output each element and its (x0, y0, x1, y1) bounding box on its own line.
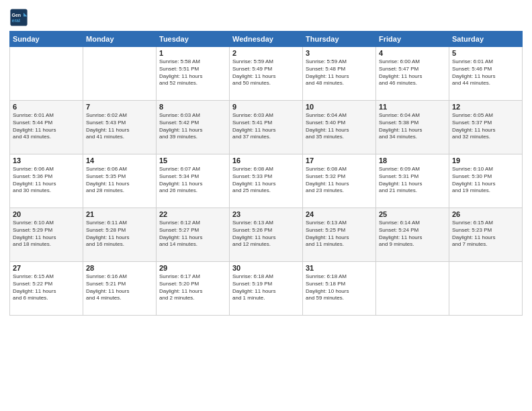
calendar-cell: 15Sunrise: 6:07 AM Sunset: 5:34 PM Dayli… (157, 154, 230, 208)
weekday-header-sunday: Sunday (10, 32, 83, 47)
calendar-cell: 31Sunrise: 6:18 AM Sunset: 5:18 PM Dayli… (303, 262, 376, 316)
day-info: Sunrise: 6:10 AM Sunset: 5:30 PM Dayligh… (452, 166, 519, 195)
svg-text:eral: eral (12, 18, 21, 23)
day-info: Sunrise: 6:02 AM Sunset: 5:43 PM Dayligh… (86, 112, 153, 141)
day-number: 25 (379, 210, 446, 218)
calendar-cell: 21Sunrise: 6:11 AM Sunset: 5:28 PM Dayli… (83, 208, 157, 262)
day-info: Sunrise: 6:06 AM Sunset: 5:36 PM Dayligh… (13, 166, 80, 195)
calendar-cell: 23Sunrise: 6:13 AM Sunset: 5:26 PM Dayli… (230, 208, 303, 262)
day-number: 19 (452, 156, 519, 165)
calendar-cell (10, 47, 83, 101)
day-number: 2 (232, 49, 300, 57)
day-number: 9 (232, 103, 300, 111)
calendar-cell: 7Sunrise: 6:02 AM Sunset: 5:43 PM Daylig… (83, 101, 157, 154)
calendar-cell: 1Sunrise: 5:58 AM Sunset: 5:51 PM Daylig… (157, 47, 230, 101)
day-number: 20 (13, 210, 80, 218)
day-info: Sunrise: 6:03 AM Sunset: 5:42 PM Dayligh… (159, 112, 226, 141)
calendar-week-3: 13Sunrise: 6:06 AM Sunset: 5:36 PM Dayli… (10, 154, 523, 208)
day-info: Sunrise: 6:03 AM Sunset: 5:41 PM Dayligh… (232, 112, 300, 141)
day-number: 27 (13, 264, 80, 272)
day-info: Sunrise: 6:08 AM Sunset: 5:33 PM Dayligh… (232, 166, 300, 195)
day-info: Sunrise: 6:00 AM Sunset: 5:47 PM Dayligh… (379, 58, 446, 87)
day-number: 3 (306, 49, 373, 57)
day-number: 11 (379, 103, 446, 111)
day-number: 7 (86, 103, 153, 111)
calendar-cell: 17Sunrise: 6:08 AM Sunset: 5:32 PM Dayli… (303, 154, 376, 208)
svg-rect-0 (10, 9, 27, 26)
calendar-cell: 9Sunrise: 6:03 AM Sunset: 5:41 PM Daylig… (230, 101, 303, 154)
day-number: 28 (86, 264, 153, 272)
calendar-cell: 2Sunrise: 5:59 AM Sunset: 5:49 PM Daylig… (230, 47, 303, 101)
calendar-cell: 16Sunrise: 6:08 AM Sunset: 5:33 PM Dayli… (230, 154, 303, 208)
calendar-cell: 3Sunrise: 5:59 AM Sunset: 5:48 PM Daylig… (303, 47, 376, 101)
day-info: Sunrise: 6:12 AM Sunset: 5:27 PM Dayligh… (159, 220, 226, 248)
calendar-cell: 10Sunrise: 6:04 AM Sunset: 5:40 PM Dayli… (303, 101, 376, 154)
day-number: 10 (306, 103, 373, 111)
day-number: 6 (13, 103, 80, 111)
day-number: 30 (232, 264, 300, 272)
calendar-cell: 8Sunrise: 6:03 AM Sunset: 5:42 PM Daylig… (157, 101, 230, 154)
day-number: 8 (159, 103, 226, 111)
calendar-cell (83, 47, 157, 101)
calendar-cell: 13Sunrise: 6:06 AM Sunset: 5:36 PM Dayli… (10, 154, 83, 208)
calendar-cell: 24Sunrise: 6:13 AM Sunset: 5:25 PM Dayli… (303, 208, 376, 262)
calendar-cell: 12Sunrise: 6:05 AM Sunset: 5:37 PM Dayli… (449, 101, 523, 154)
day-number: 29 (159, 264, 226, 272)
day-info: Sunrise: 6:15 AM Sunset: 5:23 PM Dayligh… (452, 220, 519, 248)
day-info: Sunrise: 6:18 AM Sunset: 5:19 PM Dayligh… (232, 273, 300, 302)
day-number: 23 (232, 210, 300, 218)
day-info: Sunrise: 6:10 AM Sunset: 5:29 PM Dayligh… (13, 220, 80, 248)
day-number: 12 (452, 103, 519, 111)
calendar-cell: 6Sunrise: 6:01 AM Sunset: 5:44 PM Daylig… (10, 101, 83, 154)
day-info: Sunrise: 6:13 AM Sunset: 5:25 PM Dayligh… (306, 220, 373, 248)
day-number: 16 (232, 156, 300, 165)
day-info: Sunrise: 6:11 AM Sunset: 5:28 PM Dayligh… (86, 220, 153, 248)
weekday-header-row: SundayMondayTuesdayWednesdayThursdayFrid… (10, 32, 523, 47)
day-info: Sunrise: 6:17 AM Sunset: 5:20 PM Dayligh… (159, 273, 226, 302)
calendar-cell: 5Sunrise: 6:01 AM Sunset: 5:46 PM Daylig… (449, 47, 523, 101)
day-info: Sunrise: 6:08 AM Sunset: 5:32 PM Dayligh… (306, 166, 373, 195)
page-container: Gen eral SundayMondayTuesdayWednesdayThu… (0, 0, 532, 411)
calendar-week-1: 1Sunrise: 5:58 AM Sunset: 5:51 PM Daylig… (10, 47, 523, 101)
day-number: 22 (159, 210, 226, 218)
calendar-cell: 28Sunrise: 6:16 AM Sunset: 5:21 PM Dayli… (83, 262, 157, 316)
day-info: Sunrise: 5:59 AM Sunset: 5:49 PM Dayligh… (232, 58, 300, 87)
day-info: Sunrise: 6:18 AM Sunset: 5:18 PM Dayligh… (306, 273, 373, 302)
calendar-cell: 30Sunrise: 6:18 AM Sunset: 5:19 PM Dayli… (230, 262, 303, 316)
calendar-cell: 22Sunrise: 6:12 AM Sunset: 5:27 PM Dayli… (157, 208, 230, 262)
day-info: Sunrise: 6:16 AM Sunset: 5:21 PM Dayligh… (86, 273, 153, 302)
day-number: 31 (306, 264, 373, 272)
weekday-header-thursday: Thursday (303, 32, 376, 47)
day-info: Sunrise: 6:06 AM Sunset: 5:35 PM Dayligh… (86, 166, 153, 195)
day-info: Sunrise: 6:07 AM Sunset: 5:34 PM Dayligh… (159, 166, 226, 195)
day-info: Sunrise: 6:04 AM Sunset: 5:38 PM Dayligh… (379, 112, 446, 141)
calendar-table: SundayMondayTuesdayWednesdayThursdayFrid… (9, 31, 523, 316)
page-header: Gen eral (9, 8, 523, 27)
weekday-header-monday: Monday (83, 32, 157, 47)
day-number: 14 (86, 156, 153, 165)
day-info: Sunrise: 6:01 AM Sunset: 5:44 PM Dayligh… (13, 112, 80, 141)
day-number: 5 (452, 49, 519, 57)
day-number: 15 (159, 156, 226, 165)
calendar-cell: 20Sunrise: 6:10 AM Sunset: 5:29 PM Dayli… (10, 208, 83, 262)
calendar-week-2: 6Sunrise: 6:01 AM Sunset: 5:44 PM Daylig… (10, 101, 523, 154)
day-info: Sunrise: 6:01 AM Sunset: 5:46 PM Dayligh… (452, 58, 519, 87)
day-number: 17 (306, 156, 373, 165)
day-number: 18 (379, 156, 446, 165)
weekday-header-wednesday: Wednesday (230, 32, 303, 47)
calendar-cell: 26Sunrise: 6:15 AM Sunset: 5:23 PM Dayli… (449, 208, 523, 262)
day-number: 1 (159, 49, 226, 57)
day-info: Sunrise: 6:14 AM Sunset: 5:24 PM Dayligh… (379, 220, 446, 248)
calendar-cell: 29Sunrise: 6:17 AM Sunset: 5:20 PM Dayli… (157, 262, 230, 316)
calendar-cell: 25Sunrise: 6:14 AM Sunset: 5:24 PM Dayli… (376, 208, 449, 262)
day-number: 21 (86, 210, 153, 218)
day-info: Sunrise: 6:13 AM Sunset: 5:26 PM Dayligh… (232, 220, 300, 248)
day-info: Sunrise: 6:04 AM Sunset: 5:40 PM Dayligh… (306, 112, 373, 141)
calendar-cell: 27Sunrise: 6:15 AM Sunset: 5:22 PM Dayli… (10, 262, 83, 316)
calendar-cell: 4Sunrise: 6:00 AM Sunset: 5:47 PM Daylig… (376, 47, 449, 101)
calendar-cell: 11Sunrise: 6:04 AM Sunset: 5:38 PM Dayli… (376, 101, 449, 154)
day-info: Sunrise: 5:59 AM Sunset: 5:48 PM Dayligh… (306, 58, 373, 87)
day-number: 26 (452, 210, 519, 218)
calendar-cell: 18Sunrise: 6:09 AM Sunset: 5:31 PM Dayli… (376, 154, 449, 208)
calendar-cell: 19Sunrise: 6:10 AM Sunset: 5:30 PM Dayli… (449, 154, 523, 208)
